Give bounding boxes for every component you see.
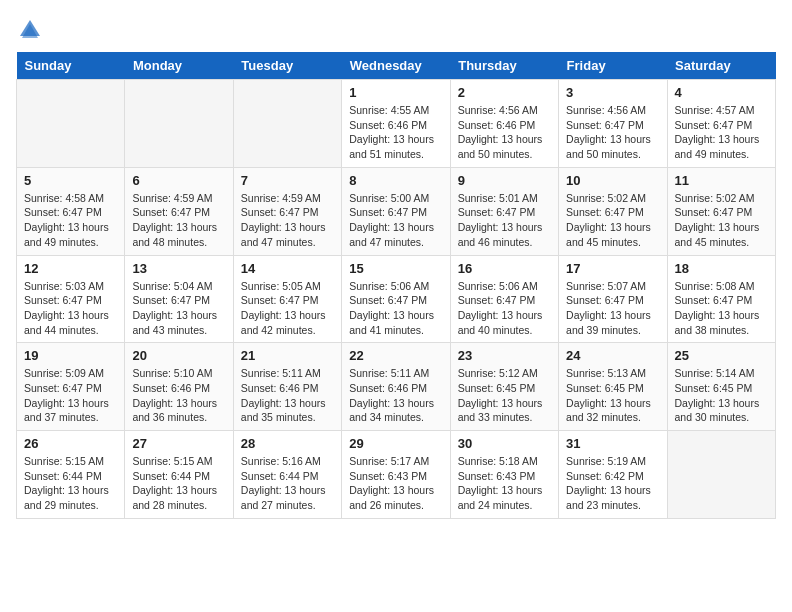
header-monday: Monday (125, 52, 233, 80)
calendar-cell: 19Sunrise: 5:09 AMSunset: 6:47 PMDayligh… (17, 343, 125, 431)
calendar-cell: 6Sunrise: 4:59 AMSunset: 6:47 PMDaylight… (125, 167, 233, 255)
day-info: Sunrise: 4:59 AMSunset: 6:47 PMDaylight:… (132, 191, 225, 250)
calendar-cell: 23Sunrise: 5:12 AMSunset: 6:45 PMDayligh… (450, 343, 558, 431)
day-info: Sunrise: 5:12 AMSunset: 6:45 PMDaylight:… (458, 366, 551, 425)
day-info: Sunrise: 5:11 AMSunset: 6:46 PMDaylight:… (349, 366, 442, 425)
day-number: 21 (241, 348, 334, 363)
day-info: Sunrise: 5:11 AMSunset: 6:46 PMDaylight:… (241, 366, 334, 425)
day-info: Sunrise: 5:19 AMSunset: 6:42 PMDaylight:… (566, 454, 659, 513)
day-info: Sunrise: 5:18 AMSunset: 6:43 PMDaylight:… (458, 454, 551, 513)
day-info: Sunrise: 5:02 AMSunset: 6:47 PMDaylight:… (675, 191, 768, 250)
day-info: Sunrise: 4:56 AMSunset: 6:47 PMDaylight:… (566, 103, 659, 162)
week-row-0: 1Sunrise: 4:55 AMSunset: 6:46 PMDaylight… (17, 80, 776, 168)
calendar-cell: 26Sunrise: 5:15 AMSunset: 6:44 PMDayligh… (17, 431, 125, 519)
calendar-cell: 10Sunrise: 5:02 AMSunset: 6:47 PMDayligh… (559, 167, 667, 255)
calendar-cell: 18Sunrise: 5:08 AMSunset: 6:47 PMDayligh… (667, 255, 775, 343)
calendar-cell: 28Sunrise: 5:16 AMSunset: 6:44 PMDayligh… (233, 431, 341, 519)
day-number: 20 (132, 348, 225, 363)
day-number: 15 (349, 261, 442, 276)
day-info: Sunrise: 4:55 AMSunset: 6:46 PMDaylight:… (349, 103, 442, 162)
logo-icon (16, 16, 44, 44)
calendar-cell: 31Sunrise: 5:19 AMSunset: 6:42 PMDayligh… (559, 431, 667, 519)
calendar-cell: 14Sunrise: 5:05 AMSunset: 6:47 PMDayligh… (233, 255, 341, 343)
day-info: Sunrise: 4:57 AMSunset: 6:47 PMDaylight:… (675, 103, 768, 162)
header-thursday: Thursday (450, 52, 558, 80)
day-number: 16 (458, 261, 551, 276)
week-row-2: 12Sunrise: 5:03 AMSunset: 6:47 PMDayligh… (17, 255, 776, 343)
day-number: 13 (132, 261, 225, 276)
day-number: 23 (458, 348, 551, 363)
day-number: 31 (566, 436, 659, 451)
calendar-cell: 25Sunrise: 5:14 AMSunset: 6:45 PMDayligh… (667, 343, 775, 431)
day-number: 5 (24, 173, 117, 188)
calendar-cell (667, 431, 775, 519)
day-number: 25 (675, 348, 768, 363)
day-info: Sunrise: 5:06 AMSunset: 6:47 PMDaylight:… (458, 279, 551, 338)
day-number: 11 (675, 173, 768, 188)
day-info: Sunrise: 5:01 AMSunset: 6:47 PMDaylight:… (458, 191, 551, 250)
header-wednesday: Wednesday (342, 52, 450, 80)
day-info: Sunrise: 5:06 AMSunset: 6:47 PMDaylight:… (349, 279, 442, 338)
day-info: Sunrise: 4:58 AMSunset: 6:47 PMDaylight:… (24, 191, 117, 250)
calendar-cell: 8Sunrise: 5:00 AMSunset: 6:47 PMDaylight… (342, 167, 450, 255)
day-info: Sunrise: 4:59 AMSunset: 6:47 PMDaylight:… (241, 191, 334, 250)
calendar-cell: 3Sunrise: 4:56 AMSunset: 6:47 PMDaylight… (559, 80, 667, 168)
calendar-cell: 24Sunrise: 5:13 AMSunset: 6:45 PMDayligh… (559, 343, 667, 431)
calendar-cell: 9Sunrise: 5:01 AMSunset: 6:47 PMDaylight… (450, 167, 558, 255)
calendar-cell: 22Sunrise: 5:11 AMSunset: 6:46 PMDayligh… (342, 343, 450, 431)
day-number: 7 (241, 173, 334, 188)
calendar-cell: 30Sunrise: 5:18 AMSunset: 6:43 PMDayligh… (450, 431, 558, 519)
day-number: 27 (132, 436, 225, 451)
calendar-cell: 17Sunrise: 5:07 AMSunset: 6:47 PMDayligh… (559, 255, 667, 343)
day-info: Sunrise: 5:14 AMSunset: 6:45 PMDaylight:… (675, 366, 768, 425)
calendar-cell: 11Sunrise: 5:02 AMSunset: 6:47 PMDayligh… (667, 167, 775, 255)
day-number: 17 (566, 261, 659, 276)
calendar-cell (125, 80, 233, 168)
calendar-cell: 29Sunrise: 5:17 AMSunset: 6:43 PMDayligh… (342, 431, 450, 519)
calendar-cell: 2Sunrise: 4:56 AMSunset: 6:46 PMDaylight… (450, 80, 558, 168)
header-tuesday: Tuesday (233, 52, 341, 80)
day-info: Sunrise: 5:05 AMSunset: 6:47 PMDaylight:… (241, 279, 334, 338)
calendar-cell: 7Sunrise: 4:59 AMSunset: 6:47 PMDaylight… (233, 167, 341, 255)
week-row-1: 5Sunrise: 4:58 AMSunset: 6:47 PMDaylight… (17, 167, 776, 255)
day-info: Sunrise: 5:03 AMSunset: 6:47 PMDaylight:… (24, 279, 117, 338)
day-info: Sunrise: 5:15 AMSunset: 6:44 PMDaylight:… (132, 454, 225, 513)
day-number: 8 (349, 173, 442, 188)
calendar-cell: 20Sunrise: 5:10 AMSunset: 6:46 PMDayligh… (125, 343, 233, 431)
day-number: 29 (349, 436, 442, 451)
day-number: 18 (675, 261, 768, 276)
header-sunday: Sunday (17, 52, 125, 80)
calendar-cell: 16Sunrise: 5:06 AMSunset: 6:47 PMDayligh… (450, 255, 558, 343)
day-info: Sunrise: 5:15 AMSunset: 6:44 PMDaylight:… (24, 454, 117, 513)
day-number: 26 (24, 436, 117, 451)
header-row: SundayMondayTuesdayWednesdayThursdayFrid… (17, 52, 776, 80)
day-number: 19 (24, 348, 117, 363)
calendar-cell: 13Sunrise: 5:04 AMSunset: 6:47 PMDayligh… (125, 255, 233, 343)
day-number: 3 (566, 85, 659, 100)
calendar-cell: 12Sunrise: 5:03 AMSunset: 6:47 PMDayligh… (17, 255, 125, 343)
day-number: 24 (566, 348, 659, 363)
calendar-table: SundayMondayTuesdayWednesdayThursdayFrid… (16, 52, 776, 519)
day-info: Sunrise: 5:00 AMSunset: 6:47 PMDaylight:… (349, 191, 442, 250)
day-info: Sunrise: 5:13 AMSunset: 6:45 PMDaylight:… (566, 366, 659, 425)
day-number: 4 (675, 85, 768, 100)
calendar-cell: 5Sunrise: 4:58 AMSunset: 6:47 PMDaylight… (17, 167, 125, 255)
calendar-cell: 1Sunrise: 4:55 AMSunset: 6:46 PMDaylight… (342, 80, 450, 168)
day-number: 2 (458, 85, 551, 100)
day-info: Sunrise: 5:10 AMSunset: 6:46 PMDaylight:… (132, 366, 225, 425)
day-number: 10 (566, 173, 659, 188)
day-number: 22 (349, 348, 442, 363)
day-number: 28 (241, 436, 334, 451)
week-row-3: 19Sunrise: 5:09 AMSunset: 6:47 PMDayligh… (17, 343, 776, 431)
day-number: 9 (458, 173, 551, 188)
page-header (16, 16, 776, 44)
day-info: Sunrise: 5:08 AMSunset: 6:47 PMDaylight:… (675, 279, 768, 338)
day-info: Sunrise: 5:09 AMSunset: 6:47 PMDaylight:… (24, 366, 117, 425)
calendar-cell (17, 80, 125, 168)
week-row-4: 26Sunrise: 5:15 AMSunset: 6:44 PMDayligh… (17, 431, 776, 519)
day-info: Sunrise: 5:16 AMSunset: 6:44 PMDaylight:… (241, 454, 334, 513)
calendar-cell: 27Sunrise: 5:15 AMSunset: 6:44 PMDayligh… (125, 431, 233, 519)
day-info: Sunrise: 4:56 AMSunset: 6:46 PMDaylight:… (458, 103, 551, 162)
logo (16, 16, 48, 44)
day-number: 6 (132, 173, 225, 188)
